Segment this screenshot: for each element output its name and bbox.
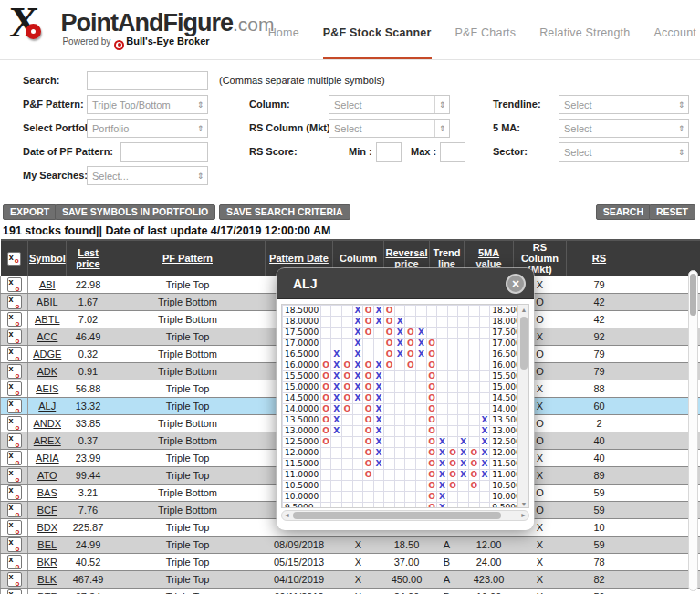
- pf-chart-icon-cell[interactable]: xo: [1, 311, 28, 328]
- pf-chart-icon-cell[interactable]: xo: [1, 346, 28, 363]
- pf-chart-icon-cell[interactable]: xo: [1, 398, 28, 415]
- price-label-left: 13.5000: [283, 415, 321, 426]
- pf-chart-icon-cell[interactable]: xo: [1, 537, 28, 554]
- pf-chart-icon-cell[interactable]: xo: [1, 467, 28, 485]
- nav-item-account[interactable]: Account: [653, 26, 696, 57]
- page-scrollbar[interactable]: [688, 270, 698, 591]
- popup-horizontal-scrollbar[interactable]: ◄ ►: [281, 510, 529, 521]
- pf-chart-icon-cell[interactable]: xo: [1, 415, 28, 432]
- pf-empty-cell: [394, 470, 405, 481]
- pf-o-mark: O: [384, 328, 395, 339]
- rs-column-select[interactable]: Select⇕: [329, 119, 450, 138]
- site-logo[interactable]: X PointAndFigure.com Powered byBull's-Ey…: [7, 4, 274, 57]
- col-header-pf-pattern[interactable]: PF Pattern: [110, 240, 266, 276]
- pf-empty-cell: [384, 503, 395, 509]
- nav-item-home[interactable]: Home: [268, 26, 299, 57]
- pf-chart-icon-cell[interactable]: xo: [1, 294, 28, 311]
- symbol-link[interactable]: BEL: [37, 539, 57, 550]
- pf-chart-icon-cell[interactable]: xo: [1, 450, 28, 467]
- pf-chart-icon-cell[interactable]: xo: [1, 571, 28, 589]
- symbol-link[interactable]: ALJ: [38, 401, 56, 412]
- col-header-symbol[interactable]: Symbol: [28, 240, 67, 276]
- search-button[interactable]: SEARCH: [596, 204, 651, 220]
- last-price-cell: 27.34: [67, 589, 110, 594]
- save-symbols-button[interactable]: SAVE SYMBOLS IN PORTFOLIO: [55, 204, 215, 220]
- pf-chart-icon-cell[interactable]: xo: [1, 328, 28, 346]
- export-button[interactable]: EXPORT: [3, 204, 57, 220]
- price-label-left: 16.5000: [283, 349, 321, 360]
- symbol-link[interactable]: BCF: [37, 505, 57, 516]
- symbol-link[interactable]: BAS: [37, 487, 57, 498]
- rs-cell: 2: [567, 415, 632, 432]
- pf-chart-icon-cell[interactable]: xo: [1, 502, 28, 519]
- symbol-link[interactable]: ABI: [39, 279, 56, 290]
- col-header-last-price[interactable]: Last price: [67, 240, 110, 276]
- symbol-link[interactable]: ABIL: [37, 297, 58, 307]
- pf-empty-cell: [363, 481, 374, 492]
- pf-date-input[interactable]: [120, 142, 208, 162]
- pf-o-mark: O: [426, 448, 437, 459]
- search-input[interactable]: [87, 71, 208, 90]
- pf-chart-icon-cell[interactable]: xo: [1, 519, 28, 537]
- pf-chart-icon-cell[interactable]: xo: [1, 432, 28, 450]
- pf-empty-cell: [437, 328, 448, 339]
- pf-x-mark: X: [479, 448, 490, 459]
- pf-empty-cell: [394, 360, 405, 371]
- col-header-rs[interactable]: RS: [567, 240, 632, 276]
- pf-chart-icon-cell[interactable]: xo: [1, 363, 28, 380]
- popup-vertical-scrollbar[interactable]: ▲ ▼: [517, 305, 528, 508]
- my-searches-select[interactable]: Select...⇕: [87, 166, 208, 185]
- pf-empty-cell: [416, 382, 427, 393]
- pf-chart-icon-cell[interactable]: xo: [1, 554, 28, 571]
- pf-chart-icon-cell[interactable]: xo: [1, 380, 28, 398]
- scroll-left-icon[interactable]: ◄: [282, 511, 292, 520]
- portfolio-select[interactable]: Portfolio⇕: [87, 119, 208, 138]
- symbol-link[interactable]: ADK: [37, 366, 57, 377]
- close-icon[interactable]: ✕: [506, 274, 526, 294]
- symbol-link[interactable]: BDX: [37, 522, 57, 533]
- trendline-select[interactable]: Select⇕: [559, 95, 689, 114]
- rs-min-input[interactable]: [376, 142, 402, 162]
- symbol-link[interactable]: AREX: [34, 435, 61, 446]
- scroll-right-icon[interactable]: ►: [518, 511, 528, 520]
- pf-empty-cell: [341, 349, 352, 360]
- rs-max-input[interactable]: [440, 142, 465, 162]
- last-price-cell: 22.98: [67, 276, 110, 294]
- save-search-button[interactable]: SAVE SEARCH CRITERIA: [219, 204, 350, 220]
- ma-select[interactable]: Select⇕: [559, 119, 689, 138]
- symbol-link[interactable]: ARIA: [36, 453, 59, 464]
- nav-item-relative-strength[interactable]: Relative Strength: [539, 26, 630, 57]
- reset-button[interactable]: RESET: [649, 204, 695, 220]
- pf-pattern-select[interactable]: Triple Top/Bottom⇕: [87, 95, 208, 114]
- scroll-down-icon[interactable]: ▼: [518, 499, 529, 508]
- symbol-link[interactable]: BLK: [37, 574, 57, 585]
- pf-x-mark: X: [416, 328, 427, 339]
- pf-chart-icon-cell[interactable]: xo: [1, 276, 28, 294]
- rs-min-label: Min :: [349, 146, 372, 157]
- page-scrollbar-thumb[interactable]: [690, 274, 696, 316]
- pf-o-mark: O: [426, 404, 437, 415]
- pf-chart-icon-cell[interactable]: xo: [1, 589, 28, 594]
- pf-empty-cell: [437, 426, 448, 437]
- sector-select[interactable]: Select⇕: [559, 142, 689, 162]
- nav-item-p-f-charts[interactable]: P&F Charts: [455, 26, 517, 57]
- symbol-link[interactable]: ATO: [37, 470, 57, 481]
- symbol-link[interactable]: ABTL: [35, 314, 60, 325]
- nav-item-p-f-stock-scanner[interactable]: P&F Stock Scanner: [323, 26, 432, 59]
- pf-empty-cell: [405, 306, 416, 317]
- symbol-cell: BCF: [28, 502, 67, 519]
- table-row-btf: xoBTF27.34Triple Top09/11/2012X24.00B16.…: [1, 589, 700, 594]
- symbol-link[interactable]: ACC: [37, 331, 57, 342]
- pf-empty-cell: [320, 448, 331, 459]
- pf-chart-icon-cell[interactable]: xo: [1, 485, 28, 502]
- pf-empty-cell: [426, 306, 437, 317]
- symbol-link[interactable]: ANDX: [33, 418, 61, 429]
- popup-vscroll-thumb[interactable]: [520, 317, 528, 370]
- pf-empty-cell: [479, 492, 490, 503]
- scroll-up-icon[interactable]: ▲: [518, 305, 529, 315]
- symbol-link[interactable]: BKR: [37, 557, 57, 568]
- popup-hscroll-thumb[interactable]: [293, 512, 501, 519]
- column-select[interactable]: Select⇕: [329, 95, 450, 114]
- symbol-link[interactable]: AEIS: [36, 383, 58, 394]
- symbol-link[interactable]: ADGE: [33, 349, 61, 360]
